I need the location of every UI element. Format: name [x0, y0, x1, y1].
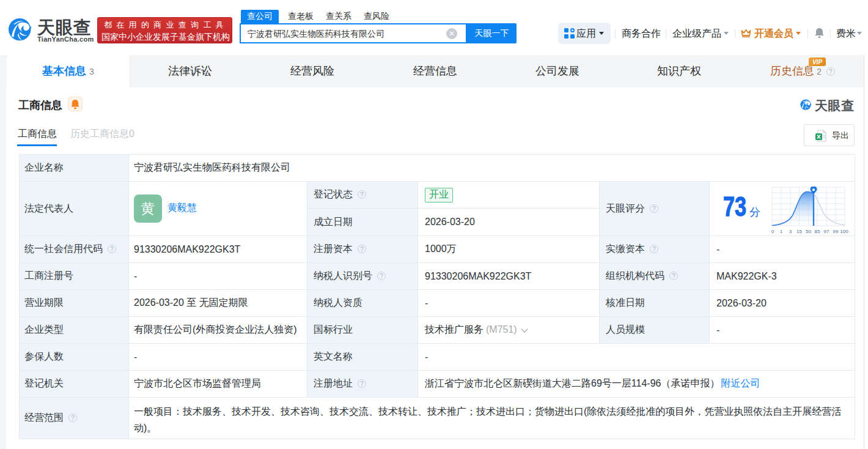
svg-text:15: 15	[796, 229, 802, 234]
svg-text:85: 85	[815, 229, 820, 234]
svg-text:1: 1	[780, 229, 783, 234]
svg-text:97: 97	[824, 229, 829, 234]
svg-text:50: 50	[806, 229, 811, 234]
svg-text:3: 3	[789, 229, 792, 234]
svg-text:99: 99	[833, 229, 839, 234]
svg-text:0: 0	[771, 229, 774, 234]
svg-text:100: 100	[840, 229, 848, 234]
